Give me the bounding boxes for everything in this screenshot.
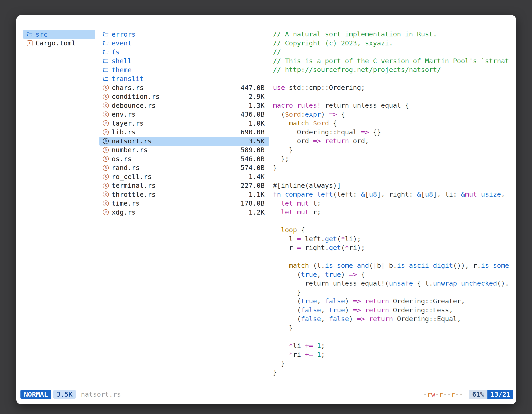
open-folder-icon (102, 67, 109, 73)
item-name: env.rs (112, 110, 135, 118)
cursor-position-badge: 13/21 (487, 390, 513, 399)
open-folder-icon (102, 76, 109, 82)
code-line: fn compare_left(left: &[u8], right: &[u8… (273, 190, 514, 199)
code-line: match (l.is_some_and(|b| b.is_ascii_digi… (273, 261, 514, 270)
rust-file-icon: R (102, 165, 109, 171)
parent-pane: srcTCargo.toml (23, 30, 95, 48)
code-line: (false, false) => return Ordering::Equal… (273, 315, 514, 324)
file-item-os.rs[interactable]: Ros.rs546.0B (99, 154, 269, 164)
code-line: return_unless_equal!(unsafe { l.unwrap_u… (273, 279, 514, 288)
file-item-number.rs[interactable]: Rnumber.rs589.0B (99, 146, 269, 155)
item-size: 1.1K (249, 191, 269, 198)
open-folder-icon (26, 31, 33, 38)
file-item-shell[interactable]: shell (99, 57, 269, 66)
code-line: loop { (273, 226, 514, 235)
item-name: errors (112, 30, 135, 38)
rust-file-icon: R (102, 147, 109, 153)
item-size: 3.5K (249, 137, 269, 145)
file-item-lib.rs[interactable]: Rlib.rs690.0B (99, 128, 269, 137)
item-name: translit (112, 75, 144, 83)
item-name: condition.rs (112, 93, 160, 100)
code-line: }; (273, 154, 514, 164)
item-size: 1.0K (249, 119, 269, 127)
item-name: time.rs (112, 199, 140, 207)
open-folder-icon (102, 49, 109, 55)
file-item-debounce.rs[interactable]: Rdebounce.rs1.3K (99, 101, 269, 110)
code-line: // This is a port of the C version of Ma… (273, 57, 514, 66)
code-line: let mut l; (273, 199, 514, 208)
rust-file-icon: R (102, 94, 109, 100)
item-name: os.rs (112, 155, 132, 163)
code-line: use std::cmp::Ordering; (273, 83, 514, 92)
rust-file-icon: R (102, 183, 109, 189)
open-folder-icon (102, 58, 109, 64)
item-name: theme (112, 66, 132, 74)
item-size: 447.0B (241, 84, 269, 92)
item-name: terminal.rs (112, 182, 156, 189)
file-item-terminal.rs[interactable]: Rterminal.rs227.0B (99, 181, 269, 190)
rust-file-icon: R (102, 111, 109, 117)
code-line: } (273, 288, 514, 297)
item-size: 690.0B (241, 128, 269, 136)
item-name: fs (112, 48, 120, 56)
code-line (273, 92, 514, 101)
code-line: Ordering::Equal => {} (273, 128, 514, 137)
file-item-translit[interactable]: translit (99, 75, 269, 83)
code-line: *li += 1; (273, 341, 514, 350)
parent-item-Cargo.toml[interactable]: TCargo.toml (23, 39, 95, 48)
code-line: } (273, 164, 514, 173)
file-item-time.rs[interactable]: Rtime.rs178.0B (99, 199, 269, 208)
file-item-fs[interactable]: fs (99, 48, 269, 57)
rust-file-icon: R (102, 156, 109, 162)
item-name: debounce.rs (112, 102, 156, 109)
code-line (273, 75, 514, 83)
rust-file-icon: R (102, 85, 109, 91)
code-line: // A natural sort implementation in Rust… (273, 30, 514, 39)
rust-file-icon: R (102, 129, 109, 135)
code-line: #[inline(always)] (273, 181, 514, 190)
item-name: number.rs (112, 146, 148, 154)
item-size: 546.0B (241, 155, 269, 163)
item-name: chars.rs (112, 84, 144, 92)
file-item-layer.rs[interactable]: Rlayer.rs1.0K (99, 119, 269, 128)
file-item-event[interactable]: event (99, 39, 269, 48)
preview-pane: // A natural sort implementation in Rust… (273, 30, 514, 375)
item-name: src (36, 30, 48, 38)
code-line: } (273, 324, 514, 333)
file-item-ro_cell.rs[interactable]: Rro_cell.rs1.4K (99, 172, 269, 181)
rust-file-icon: R (102, 174, 109, 180)
mode-badge: NORMAL (20, 390, 51, 399)
item-name: natsort.rs (112, 137, 152, 145)
file-permissions: -rw-r--r-- (423, 390, 463, 398)
toml-file-icon: T (26, 40, 33, 46)
code-line: ord => return ord, (273, 137, 514, 146)
file-item-rand.rs[interactable]: Rrand.rs574.0B (99, 164, 269, 173)
file-item-errors[interactable]: errors (99, 30, 269, 39)
file-item-xdg.rs[interactable]: Rxdg.rs1.2K (99, 208, 269, 217)
file-item-theme[interactable]: theme (99, 66, 269, 75)
file-item-throttle.rs[interactable]: Rthrottle.rs1.1K (99, 190, 269, 199)
code-line: (false, true) => return Ordering::Less, (273, 306, 514, 315)
code-line: } (273, 146, 514, 155)
code-line: } (273, 368, 514, 375)
file-item-env.rs[interactable]: Renv.rs436.0B (99, 110, 269, 119)
item-name: shell (112, 57, 132, 65)
file-item-chars.rs[interactable]: Rchars.rs447.0B (99, 83, 269, 92)
item-size: 2.9K (249, 93, 269, 100)
yazi-file-manager-window: srcTCargo.toml errorseventfsshellthemetr… (16, 15, 516, 404)
code-line (273, 332, 514, 341)
file-size-chip: 3.5K (53, 390, 76, 399)
code-line: let mut r; (273, 208, 514, 217)
rust-file-icon: R (102, 209, 109, 215)
rust-file-icon: R (102, 103, 109, 108)
status-filename: natsort.rs (81, 390, 121, 398)
code-line: // Copyright (c) 2023, sxyazi. (273, 39, 514, 48)
parent-item-src[interactable]: src (23, 30, 95, 39)
file-item-natsort.rs[interactable]: Rnatsort.rs3.5K (99, 137, 269, 146)
code-line: r = right.get(*ri); (273, 243, 514, 252)
file-item-condition.rs[interactable]: Rcondition.rs2.9K (99, 92, 269, 101)
code-line: // http://sourcefrog.net/projects/natsor… (273, 66, 514, 75)
rust-file-icon: R (102, 138, 109, 144)
item-name: ro_cell.rs (112, 173, 152, 181)
item-size: 1.4K (249, 173, 269, 181)
